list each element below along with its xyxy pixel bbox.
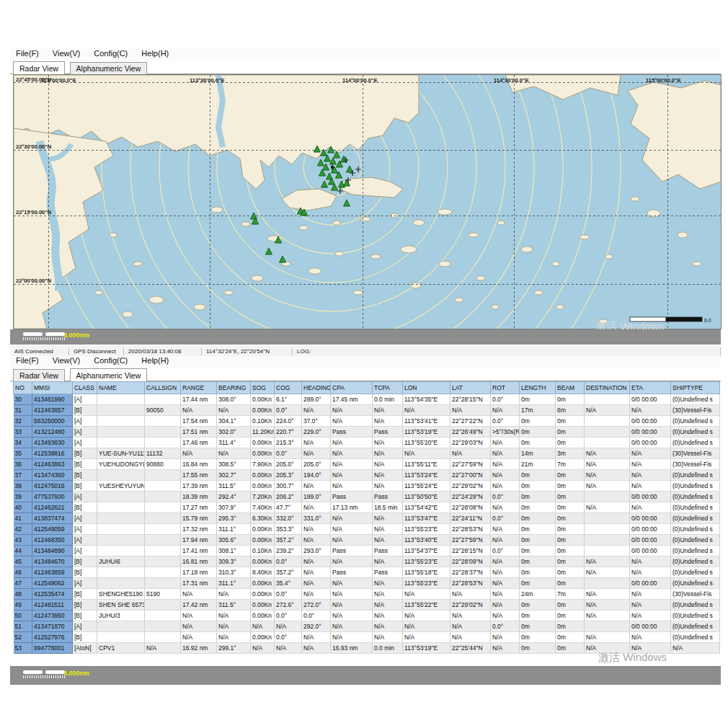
table-row[interactable]: 52412527976[B]N/AN/A0.00Kn0.0°N/AN/AN/AN… xyxy=(14,632,720,643)
column-header[interactable]: BEAM xyxy=(556,382,585,394)
table-cell xyxy=(145,470,181,481)
column-header[interactable]: HEADING xyxy=(302,382,331,394)
table-cell: N/A xyxy=(181,405,217,416)
table-cell: N/A xyxy=(217,405,251,416)
table-cell: (0)Undefined s xyxy=(671,416,720,427)
column-header[interactable]: MMSI xyxy=(32,382,73,394)
tab-alphanumeric-view[interactable]: Alphanumeric View xyxy=(70,62,148,74)
column-header[interactable]: DESTINATION xyxy=(585,382,630,394)
tab-alphanumeric-view[interactable]: Alphanumeric View xyxy=(70,368,148,382)
menu-config[interactable]: Config(C) xyxy=(94,49,128,58)
table-cell: 113°55'23"E xyxy=(403,556,450,567)
table-cell: 0m xyxy=(556,567,585,578)
nautical-chart[interactable]: 6.0 22°45'00.00"N 22°30'00.00"N 22°15'00… xyxy=(13,74,722,329)
table-cell: N/A xyxy=(491,535,520,546)
table-cell: N/A xyxy=(145,643,181,654)
column-header[interactable]: RANGE xyxy=(181,382,217,394)
table-cell: 302.0° xyxy=(217,427,251,438)
table-cell: 0m xyxy=(556,632,585,643)
column-header[interactable]: TCPA xyxy=(373,382,403,394)
table-row[interactable]: 46412463859[B]17.18 nm310.3°8.40Kn357.2°… xyxy=(14,567,720,578)
range-slider-handle[interactable] xyxy=(45,670,65,674)
table-row[interactable]: 45413484670[B]JUHUI616.81 nm309.3°0.00Kn… xyxy=(14,556,720,567)
table-row[interactable]: 48412535474[B]SHENGHE51905190N/AN/A0.00K… xyxy=(14,589,720,600)
table-row[interactable]: 36412463863[B]YUEHUDONGYL9088016.84 nm30… xyxy=(14,459,720,470)
table-row[interactable]: 53994776001[AtoN]CPV1N/A16.92 nm299.1°N/… xyxy=(14,643,720,654)
table-cell: 412538816 xyxy=(32,448,73,459)
column-header[interactable]: ROT xyxy=(491,382,520,394)
table-row[interactable]: 31412463857[B]90050N/AN/A0.00Kn0.0°N/AN/… xyxy=(14,405,720,416)
table-cell: N/A xyxy=(450,589,491,600)
table-cell: N/A xyxy=(630,556,671,567)
table-cell: 0/0 00:00 xyxy=(630,427,671,438)
table-cell: 30 xyxy=(14,394,32,405)
table-row[interactable]: 33413212480[A]17.51 nm302.0°11.20Kn220.7… xyxy=(14,427,720,438)
table-row[interactable]: 42412549059[A]17.32 nm311.1°0.00Kn353.3°… xyxy=(14,524,720,535)
table-row[interactable]: 47412549062[A]17.31 nm311.1°0.00Kn35.4°N… xyxy=(14,578,720,589)
table-cell: 113°50'50"E xyxy=(403,492,450,502)
range-slider-handle[interactable] xyxy=(23,332,43,336)
table-cell: 17.27 nm xyxy=(181,502,217,513)
table-cell: 45 xyxy=(14,556,32,567)
table-row[interactable]: 37413474360[B]17.55 nm302.7°0.00Kn205.3°… xyxy=(14,470,720,481)
column-header[interactable]: NO xyxy=(14,382,32,394)
menu-file[interactable]: File(F) xyxy=(16,49,39,58)
table-cell: N/A xyxy=(217,621,251,632)
menu-config[interactable]: Config(C) xyxy=(94,356,128,365)
column-header[interactable]: NAME xyxy=(97,382,145,394)
column-header[interactable]: ETA xyxy=(630,382,671,394)
table-cell: 413212480 xyxy=(32,427,73,438)
table-row[interactable]: 39477537600[A]18.39 nm292.4°7.20Kn206.2°… xyxy=(14,492,720,502)
table-cell: Pass xyxy=(373,567,403,578)
table-row[interactable]: 41413837474[A]15.79 nm295.3°6.30Kn332.0°… xyxy=(14,513,720,524)
table-row[interactable]: 38412475016[B]YUESHEYUYUN17.39 nm311.5°0… xyxy=(14,481,720,492)
table-cell: [B] xyxy=(73,589,97,600)
range-slider-handle[interactable] xyxy=(45,332,65,336)
table-cell: [A] xyxy=(73,535,97,546)
menu-file[interactable]: File(F) xyxy=(16,356,39,365)
column-header[interactable]: LAT xyxy=(450,382,491,394)
menu-view[interactable]: View(V) xyxy=(53,356,80,365)
column-header[interactable]: CLASS xyxy=(73,382,97,394)
tab-radar-view[interactable]: Radar View xyxy=(13,61,65,75)
table-cell: Pass xyxy=(373,546,403,556)
table-row[interactable]: 34413493630[A]17.46 nm311.4°0.00Kn215.3°… xyxy=(14,438,720,448)
table-row[interactable]: 51413471870[A]N/AN/AN/AN/A292.0°N/AN/AN/… xyxy=(14,621,720,632)
table-row[interactable]: 44413484890[A]17.41 nm308.1°0.10Kn239.2°… xyxy=(14,546,720,556)
table-cell: 0.10Kn xyxy=(251,416,275,427)
table-cell: 0m xyxy=(520,556,556,567)
menu-help[interactable]: Help(H) xyxy=(141,49,169,58)
column-header[interactable]: CALLSIGN xyxy=(145,382,181,394)
table-cell: 0m xyxy=(520,416,556,427)
table-cell: [B] xyxy=(73,448,97,459)
menu-help[interactable]: Help(H) xyxy=(141,356,169,365)
range-slider-handle[interactable] xyxy=(23,670,43,674)
table-row[interactable]: 35412538816[B]YUE-SUN-YU11111132N/AN/A0.… xyxy=(14,448,720,459)
column-header[interactable]: LENGTH xyxy=(520,382,556,394)
table-row[interactable]: 32563250000[A]17.54 nm304.1°0.10Kn224.0°… xyxy=(14,416,720,427)
table-cell: N/A xyxy=(491,600,520,611)
table-cell: N/A xyxy=(450,621,491,632)
table-cell: 308.5° xyxy=(217,459,251,470)
column-header[interactable]: COG xyxy=(275,382,302,394)
table-row[interactable]: 50412473950[B]JUHUI3N/AN/A0.00Kn0.0°0.0°… xyxy=(14,611,720,621)
table-cell: 0m xyxy=(556,611,585,621)
column-header[interactable]: SHIPTYPE xyxy=(671,382,720,394)
table-row[interactable]: 40412462621[B]17.27 nm307.9°7.40Kn47.7°N… xyxy=(14,502,720,513)
table-row[interactable]: 43412468350[A]17.94 nm305.6°0.00Kn357.2°… xyxy=(14,535,720,546)
table-cell xyxy=(145,578,181,589)
table-row[interactable]: 30413461990[A]17.44 nm308.0°0.00Kn6.1°28… xyxy=(14,394,720,405)
table-cell: [A] xyxy=(73,416,97,427)
table-cell: [A] xyxy=(73,578,97,589)
status-gps: GPS Disconnect xyxy=(69,347,124,355)
table-cell: N/A xyxy=(181,621,217,632)
column-header[interactable]: BEARING xyxy=(217,382,251,394)
menu-view[interactable]: View(V) xyxy=(53,49,80,58)
table-row[interactable]: 49412481511[B]SHEN SHE 657317.42 nm311.5… xyxy=(14,600,720,611)
column-header[interactable]: CPA xyxy=(331,382,373,394)
table-cell: 46 xyxy=(14,567,32,578)
column-header[interactable]: SOG xyxy=(251,382,275,394)
tab-radar-view[interactable]: Radar View xyxy=(13,369,65,381)
table-cell: (0)Undefined s xyxy=(671,556,720,567)
column-header[interactable]: LON xyxy=(403,382,450,394)
